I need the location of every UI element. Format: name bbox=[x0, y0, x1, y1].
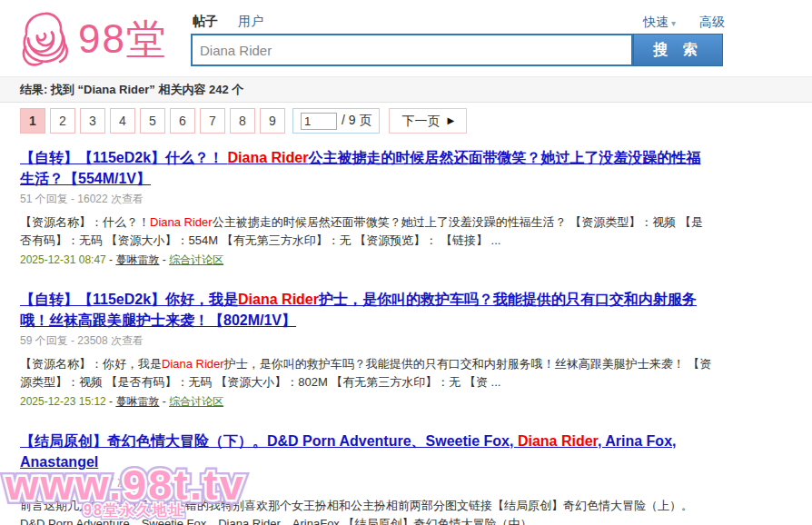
result-dateline: 2025-12-23 15:12 - 蔓啉雷敦 - 综合讨论区 bbox=[20, 395, 712, 409]
result-author-link[interactable]: 蔓啉雷敦 bbox=[115, 253, 159, 266]
result-title-text: 【结局原创】奇幻色情大冒险（下）。D&D Porn Adventure、Swee… bbox=[20, 433, 518, 449]
next-arrow-icon: ▶ bbox=[447, 109, 454, 133]
page-jump-input[interactable] bbox=[301, 113, 337, 130]
result-author-link[interactable]: 蔓啉雷敦 bbox=[115, 395, 159, 408]
result-meta: 220 个回复 - 42947 次查看 bbox=[20, 476, 712, 490]
result-snippet-text: 前言这期几人的服化道具都挺不错的我特别喜欢那个女王扮相和公主扮相前两部分图文链接… bbox=[20, 499, 693, 525]
next-page-button[interactable]: 下一页 ▶ bbox=[389, 108, 467, 134]
quick-search-label: 快速 bbox=[643, 15, 668, 29]
page-button-4[interactable]: 4 bbox=[110, 108, 135, 134]
page-button-5[interactable]: 5 bbox=[140, 108, 165, 134]
logo-text: 98堂 bbox=[78, 13, 168, 66]
page-button-6[interactable]: 6 bbox=[170, 108, 195, 134]
page-jump-box: / 9 页 bbox=[292, 108, 380, 134]
result-date: 2025-12-23 15:12 bbox=[20, 395, 106, 408]
page-button-2[interactable]: 2 bbox=[50, 108, 75, 134]
result-meta: 59 个回复 - 23508 次查看 bbox=[20, 334, 712, 348]
results-summary: 结果: 找到 “Diana Rider” 相关内容 242 个 bbox=[0, 76, 812, 103]
page-button-8[interactable]: 8 bbox=[230, 108, 255, 134]
search-result: 【自转】【115eD2k】什么？！ Diana Rider公主被掳走的时候居然还… bbox=[20, 147, 712, 267]
pagination: 1 2 3 4 5 6 7 8 9 / 9 页 下一页 ▶ bbox=[20, 108, 467, 134]
page-button-3[interactable]: 3 bbox=[80, 108, 105, 134]
result-snippet-highlight: Diana Rider bbox=[150, 215, 213, 229]
result-meta: 51 个回复 - 16022 次查看 bbox=[20, 193, 712, 206]
result-snippet: 【资源名称】：什么？！Diana Rider公主被掳走的时候居然还面带微笑？她过… bbox=[20, 213, 712, 250]
result-title: 【自转】【115eD2k】什么？！ Diana Rider公主被掳走的时候居然还… bbox=[20, 147, 712, 189]
tab-users[interactable]: 用户 bbox=[238, 14, 263, 30]
result-title-link[interactable]: 【自转】【115eD2k】你好，我是Diana Rider护士，是你叫的救护车吗… bbox=[20, 292, 697, 328]
search-result: 【结局原创】奇幻色情大冒险（下）。D&D Porn Adventure、Swee… bbox=[20, 431, 712, 525]
page-button-9[interactable]: 9 bbox=[260, 108, 285, 134]
result-snippet-highlight: Diana Rider bbox=[162, 357, 224, 371]
search-input[interactable] bbox=[191, 34, 633, 66]
next-page-label: 下一页 bbox=[401, 109, 440, 133]
result-snippet: 【资源名称】：你好，我是Diana Rider护士，是你叫的救护车吗？我能提供的… bbox=[20, 355, 712, 391]
result-title: 【结局原创】奇幻色情大冒险（下）。D&D Porn Adventure、Swee… bbox=[20, 431, 712, 472]
result-forum-link[interactable]: 综合讨论区 bbox=[169, 395, 223, 408]
search-result: 【自转】【115eD2k】你好，我是Diana Rider护士，是你叫的救护车吗… bbox=[20, 289, 712, 409]
separator-text: - bbox=[159, 395, 169, 408]
result-title-highlight: Diana Rider bbox=[238, 292, 319, 307]
result-title-highlight: Diana Rider bbox=[518, 433, 598, 449]
result-dateline: 2025-12-31 08:47 - 蔓啉雷敦 - 综合讨论区 bbox=[20, 253, 712, 267]
search-mode-links: 快速▾ 高级 bbox=[643, 15, 725, 31]
result-title-link[interactable]: 【自转】【115eD2k】什么？！ Diana Rider公主被掳走的时候居然还… bbox=[20, 150, 700, 186]
separator-text: - bbox=[106, 395, 116, 408]
page-button-1[interactable]: 1 bbox=[20, 108, 45, 134]
result-title-text: 【自转】【115eD2k】你好，我是 bbox=[20, 292, 238, 307]
advanced-search-link[interactable]: 高级 bbox=[699, 15, 725, 31]
tab-posts[interactable]: 帖子 bbox=[193, 14, 218, 30]
search-button[interactable]: 搜 索 bbox=[633, 34, 723, 66]
result-title-link[interactable]: 【结局原创】奇幻色情大冒险（下）。D&D Porn Adventure、Swee… bbox=[20, 433, 676, 470]
separator-text: - bbox=[159, 253, 169, 266]
app-logo[interactable]: 98堂 bbox=[15, 7, 168, 71]
result-forum-link[interactable]: 综合讨论区 bbox=[169, 253, 223, 266]
rose-logo-icon bbox=[15, 7, 78, 71]
dropdown-arrow-icon: ▾ bbox=[671, 18, 676, 28]
page-total-label: / 9 页 bbox=[342, 113, 371, 129]
search-results-list: 【自转】【115eD2k】什么？！ Diana Rider公主被掳走的时候居然还… bbox=[20, 147, 712, 525]
search-type-tabs: 帖子 用户 bbox=[193, 14, 280, 30]
quick-search-link[interactable]: 快速▾ bbox=[643, 15, 676, 31]
page-button-7[interactable]: 7 bbox=[200, 108, 225, 134]
result-title: 【自转】【115eD2k】你好，我是Diana Rider护士，是你叫的救护车吗… bbox=[20, 289, 712, 331]
result-snippet: 前言这期几人的服化道具都挺不错的我特别喜欢那个女王扮相和公主扮相前两部分图文链接… bbox=[20, 497, 712, 525]
result-date: 2025-12-31 08:47 bbox=[20, 253, 106, 266]
result-title-text: 【自转】【115eD2k】什么？！ bbox=[20, 150, 228, 165]
separator-text: - bbox=[106, 253, 116, 266]
result-snippet-text: 【资源名称】：什么？！ bbox=[20, 215, 150, 229]
result-title-highlight: Diana Rider bbox=[228, 150, 309, 165]
result-snippet-text: 【资源名称】：你好，我是 bbox=[20, 357, 162, 371]
